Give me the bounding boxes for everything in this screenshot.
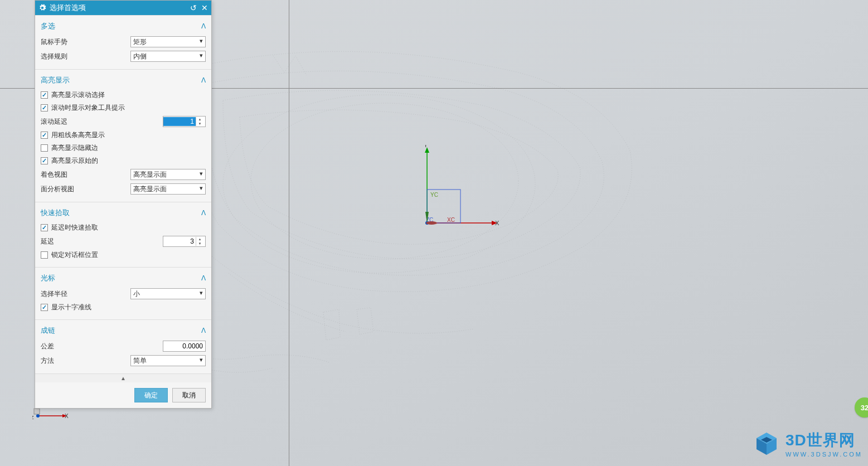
checkbox-label: 用粗线条高亮显示 [51, 130, 105, 140]
svg-text:Y: Y [424, 145, 428, 148]
analysis-view-label: 面分析视图 [41, 185, 119, 194]
section-header-quickpick[interactable]: 快速拾取 ᐱ [41, 206, 206, 221]
roll-delay-input[interactable] [163, 117, 196, 126]
svg-marker-19 [62, 414, 67, 418]
roll-delay-label: 滚动延迟 [41, 117, 119, 127]
checkbox-roll-highlight[interactable] [41, 91, 48, 99]
section-quickpick: 快速拾取 ᐱ 延迟时快速拾取 延迟 ▲▼ 锁定对话框位置 [35, 202, 211, 267]
svg-marker-13 [425, 212, 429, 223]
svg-text:ZC: ZC [426, 217, 433, 223]
svg-marker-6 [492, 221, 497, 225]
checkbox-hidden-edges[interactable] [41, 144, 48, 152]
select-rule-label: 选择规则 [41, 52, 119, 61]
checkbox-delay-quickpick[interactable] [41, 224, 48, 231]
section-highlight: 高亮显示 ᐱ 高亮显示滚动选择 滚动时显示对象工具提示 滚动延迟 ▲▼ 用粗线条… [35, 69, 211, 202]
checkbox-label: 显示十字准线 [51, 303, 91, 312]
collapse-bar[interactable]: ▲ [35, 373, 211, 382]
section-title: 光标 [41, 273, 55, 283]
watermark-title: 3D世界网 [785, 430, 862, 451]
checkbox-crosshair[interactable] [41, 304, 48, 311]
dialog-title: 选择首选项 [50, 3, 86, 13]
chevron-up-icon: ᐱ [201, 22, 206, 30]
svg-point-14 [426, 221, 437, 225]
checkbox-lock-dialog[interactable] [41, 251, 48, 259]
shaded-view-select[interactable]: 高亮显示面 [130, 169, 206, 180]
ok-button[interactable]: 确定 [134, 388, 168, 402]
svg-point-1 [251, 103, 518, 259]
tolerance-input[interactable] [163, 341, 206, 352]
svg-point-8 [425, 221, 429, 225]
cube-logo-icon [753, 430, 780, 457]
checkbox-label: 滚动时显示对象工具提示 [51, 103, 125, 113]
svg-point-21 [36, 414, 40, 418]
svg-rect-22 [34, 409, 40, 414]
spin-down[interactable]: ▼ [196, 122, 203, 126]
shaded-view-label: 着色视图 [41, 170, 119, 179]
method-label: 方法 [41, 356, 119, 366]
checkbox-label: 高亮显示滚动选择 [51, 90, 105, 100]
checkbox-original[interactable] [41, 157, 48, 164]
section-header-highlight[interactable]: 高亮显示 ᐱ [41, 73, 206, 89]
section-chain: 成链 ᐱ 公差 方法 简单 [35, 319, 211, 373]
chevron-up-icon: ᐱ [201, 327, 206, 334]
reset-button[interactable]: ↺ [190, 4, 197, 12]
roll-delay-spinbox[interactable]: ▲▼ [163, 116, 206, 127]
mouse-gesture-label: 鼠标手势 [41, 37, 119, 47]
select-radius-label: 选择半径 [41, 289, 119, 299]
wireframe-model [128, 22, 686, 385]
checkbox-label: 延迟时快速拾取 [51, 223, 98, 232]
method-select[interactable]: 简单 [130, 355, 206, 366]
spin-up[interactable]: ▲ [196, 237, 203, 241]
tolerance-label: 公差 [41, 342, 119, 351]
spin-down[interactable]: ▼ [196, 241, 203, 246]
svg-text:Z: Z [32, 415, 34, 420]
section-header-cursor[interactable]: 光标 ᐱ [41, 271, 206, 287]
watermark-url: WWW.3DSJW.COM [785, 451, 862, 458]
checkbox-roll-tooltip[interactable] [41, 104, 48, 111]
analysis-view-select[interactable]: 高亮显示面 [130, 183, 206, 195]
chevron-up-icon: ᐱ [201, 209, 206, 217]
section-title: 快速拾取 [41, 208, 70, 218]
section-header-multi[interactable]: 多选 ᐱ [41, 19, 206, 35]
mouse-gesture-select[interactable]: 矩形 [130, 36, 206, 47]
crosshair-vertical [289, 0, 289, 466]
select-preferences-dialog: 选择首选项 ↺ ✕ 多选 ᐱ 鼠标手势 矩形 选择规则 内侧 高亮显示 ᐱ 高亮… [35, 0, 212, 409]
svg-text:X: X [65, 413, 69, 419]
svg-text:X: X [495, 220, 500, 226]
button-row: 确定 取消 [35, 382, 211, 408]
cancel-button[interactable]: 取消 [172, 388, 206, 402]
delay-spinbox[interactable]: ▲▼ [163, 236, 206, 247]
delay-label: 延迟 [41, 237, 119, 246]
main-csys: Y X YC XC ZC [421, 145, 522, 245]
checkbox-label: 高亮显示原始的 [51, 156, 98, 166]
delay-input[interactable] [163, 237, 196, 246]
chevron-up-icon: ᐱ [201, 274, 206, 282]
section-multi-select: 多选 ᐱ 鼠标手势 矩形 选择规则 内侧 [35, 15, 211, 69]
gear-icon [38, 4, 46, 12]
chevron-up-icon: ᐱ [201, 76, 206, 84]
select-radius-select[interactable]: 小 [130, 288, 206, 299]
section-title: 高亮显示 [41, 75, 70, 85]
svg-rect-9 [427, 190, 460, 223]
svg-marker-3 [425, 147, 429, 153]
close-button[interactable]: ✕ [201, 4, 208, 12]
dialog-titlebar[interactable]: 选择首选项 ↺ ✕ [35, 1, 211, 15]
section-title: 多选 [41, 21, 55, 31]
checkbox-label: 锁定对话框位置 [51, 250, 98, 260]
select-rule-select[interactable]: 内侧 [130, 51, 206, 62]
section-title: 成链 [41, 326, 55, 336]
svg-text:YC: YC [430, 192, 438, 198]
section-cursor: 光标 ᐱ 选择半径 小 显示十字准线 [35, 267, 211, 319]
section-header-chain[interactable]: 成链 ᐱ [41, 323, 206, 339]
svg-point-0 [223, 95, 535, 273]
checkbox-label: 高亮显示隐藏边 [51, 143, 98, 153]
checkbox-thick-lines[interactable] [41, 132, 48, 139]
watermark: 3D世界网 WWW.3DSJW.COM [753, 430, 862, 458]
spin-up[interactable]: ▲ [196, 117, 203, 122]
svg-text:XC: XC [447, 217, 455, 223]
